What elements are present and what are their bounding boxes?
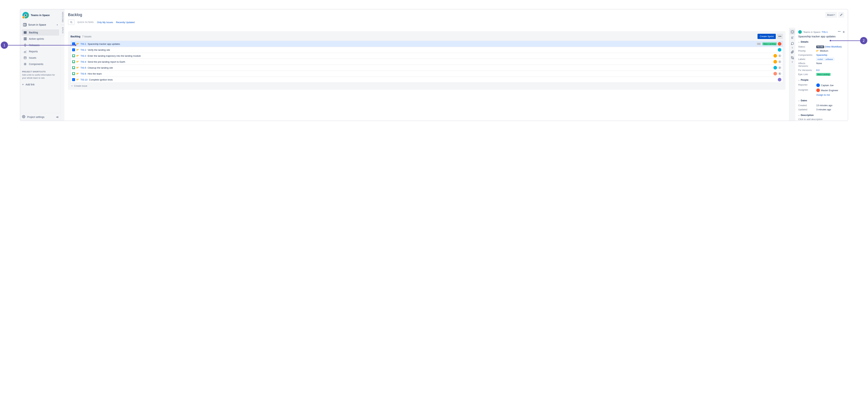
details-tab-subtasks[interactable] <box>790 55 795 60</box>
issue-row[interactable]: ✓TIS-2Verify the landing site <box>71 47 783 53</box>
fix-versions-value[interactable]: 8.0 <box>816 69 819 71</box>
close-icon[interactable]: ✕ <box>842 30 845 34</box>
estimate-badge: 1 <box>778 60 781 63</box>
issue-row[interactable]: ✓TIS-10Complete ignition tests <box>71 77 783 82</box>
annotation-2: 2 <box>830 37 867 44</box>
issue-key[interactable]: TIS-3 <box>81 55 86 57</box>
breadcrumb-issue-key[interactable]: TIS-1 <box>822 31 828 33</box>
priority-value[interactable]: Medium <box>820 49 828 52</box>
priority-medium-icon <box>76 61 79 63</box>
fullscreen-button[interactable] <box>838 12 844 18</box>
assignee-avatar <box>778 48 781 51</box>
filter-recently-updated[interactable]: Recently Updated <box>116 21 134 24</box>
issue-row[interactable]: TIS-4Send the pre-landing report to Eart… <box>71 59 783 65</box>
gear-icon <box>22 115 25 119</box>
labels-value[interactable]: rocketsoftware <box>816 58 835 61</box>
priority-medium-icon <box>76 66 79 69</box>
plus-icon: + <box>71 84 73 87</box>
issue-row[interactable]: ✓TIS-1Spaceship tracker app updates8.0Ma… <box>71 41 783 47</box>
backlog-section: Backlog 7 issues Create Sprint ••• ✓TIS-… <box>68 31 785 90</box>
assignee-value[interactable]: Master Engineer <box>816 89 838 92</box>
issue-key[interactable]: TIS-10 <box>81 78 88 81</box>
task-type-icon: ✓ <box>72 48 75 51</box>
annotation-badge-2: 2 <box>860 37 867 44</box>
svg-point-10 <box>23 116 24 117</box>
collapse-sidebar-icon[interactable]: ≪ <box>56 115 59 118</box>
svg-rect-20 <box>793 58 794 59</box>
view-workflow-link[interactable]: View Workflow <box>826 45 841 48</box>
issue-summary: Enter the landing trajectory into the la… <box>88 55 772 57</box>
create-issue-button[interactable]: + Create issue <box>70 83 783 87</box>
details-tab-comments[interactable] <box>790 41 795 46</box>
section-dates-toggle[interactable]: ⌄Dates <box>798 99 845 102</box>
project-header[interactable]: <> Teams in Space <box>20 9 61 21</box>
status-value[interactable]: TO DO <box>816 45 824 48</box>
nav-label: Active sprints <box>29 37 44 40</box>
versions-tab[interactable]: VERSIONS <box>61 9 64 25</box>
svg-rect-3 <box>24 38 25 40</box>
assign-to-me-link[interactable]: Assign to me <box>816 94 830 96</box>
assignee-avatar <box>778 78 781 81</box>
svg-point-11 <box>70 21 72 23</box>
assignee-avatar <box>773 66 777 70</box>
issue-key[interactable]: TIS-6 <box>81 72 86 75</box>
section-people-toggle[interactable]: ⌄People <box>798 78 845 81</box>
issue-key[interactable]: TIS-1 <box>81 43 86 45</box>
issue-key[interactable]: TIS-5 <box>81 66 86 69</box>
affects-versions-value[interactable]: None <box>816 62 822 65</box>
sidebar-item-active-sprints[interactable]: Active sprints <box>22 36 59 42</box>
story-type-icon <box>72 66 75 69</box>
project-settings-link[interactable]: Project settings <box>22 115 44 119</box>
reporter-value[interactable]: Captain Joe <box>816 83 833 87</box>
details-tab-description[interactable] <box>790 35 795 40</box>
priority-medium-icon <box>76 72 79 75</box>
board-selector[interactable]: Scrum in Space ▾ <box>22 22 59 28</box>
issue-row[interactable]: TIS-6Hire the team5 <box>71 71 783 77</box>
filter-only-my-issues[interactable]: Only My Issues <box>97 21 113 24</box>
sidebar-item-backlog[interactable]: Backlog <box>22 29 59 36</box>
chevron-down-icon: ⌄ <box>798 114 800 116</box>
epic-lozenge: Mars Landing <box>763 42 777 45</box>
issue-key[interactable]: TIS-2 <box>81 48 86 51</box>
project-avatar-icon <box>798 30 802 34</box>
details-tab-info[interactable] <box>790 29 795 34</box>
svg-rect-7 <box>24 57 26 59</box>
sidebar-item-issues[interactable]: Issues <box>22 55 59 61</box>
affects-versions-label: Affects Version/s: <box>798 62 816 67</box>
details-tab-attachments[interactable] <box>790 49 795 55</box>
components-label: Component/s: <box>798 54 816 56</box>
issue-key[interactable]: TIS-4 <box>81 61 86 63</box>
svg-rect-2 <box>24 33 26 34</box>
epic-link-value[interactable]: Mars Landing <box>816 73 831 76</box>
assignee-avatar <box>773 72 777 75</box>
breadcrumb-project[interactable]: Teams in Space <box>803 31 820 33</box>
project-name: Teams in Space <box>31 14 50 16</box>
board-dropdown-button[interactable]: Board ▾ <box>825 12 837 18</box>
version-lozenge: 8.0 <box>756 42 761 45</box>
subtasks-count: 0 <box>792 61 793 63</box>
labels-label: Labels: <box>798 58 816 61</box>
story-type-icon <box>72 54 75 57</box>
chevron-down-icon: ▾ <box>57 24 58 26</box>
updated-label: Updated: <box>798 108 816 111</box>
priority-medium-icon <box>76 43 79 45</box>
sidebar-item-components[interactable]: Components <box>22 61 59 67</box>
section-description-toggle[interactable]: ⌄Description <box>798 114 845 116</box>
board-name: Scrum in Space <box>28 23 46 26</box>
issue-row[interactable]: TIS-3Enter the landing trajectory into t… <box>71 53 783 59</box>
add-link-label: Add link <box>26 83 35 86</box>
svg-line-12 <box>72 23 72 23</box>
svg-rect-0 <box>24 31 26 32</box>
ellipsis-icon[interactable]: ••• <box>838 30 841 34</box>
epics-tab[interactable]: EPICS <box>61 25 64 36</box>
components-value[interactable]: Spaceship <box>816 54 827 56</box>
issue-row[interactable]: TIS-5Cleanup the landing site2 <box>71 65 783 71</box>
app-frame: <> Teams in Space Scrum in Space ▾ Backl… <box>20 9 848 121</box>
search-button[interactable] <box>68 20 74 25</box>
create-sprint-button[interactable]: Create Sprint <box>757 34 776 39</box>
description-placeholder[interactable]: Click to add description <box>798 118 845 120</box>
backlog-more-button[interactable]: ••• <box>777 34 783 39</box>
sidebar-item-reports[interactable]: Reports <box>22 48 59 55</box>
add-link-button[interactable]: + Add link <box>20 81 61 88</box>
estimate-badge: 5 <box>778 72 781 75</box>
